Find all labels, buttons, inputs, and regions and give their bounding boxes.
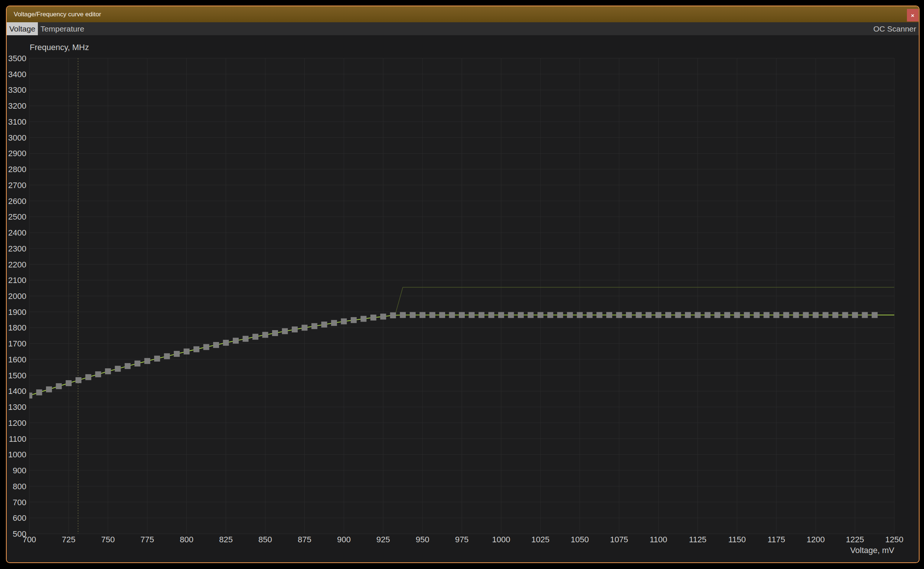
vf-curve-point[interactable]	[528, 312, 534, 318]
vf-curve-point[interactable]	[341, 318, 347, 324]
vf-curve-point[interactable]	[842, 312, 848, 318]
vf-curve-point[interactable]	[351, 317, 357, 323]
vf-curve-point[interactable]	[194, 347, 199, 352]
vf-curve-point[interactable]	[56, 383, 62, 389]
vf-curve-point[interactable]	[66, 380, 72, 386]
vf-curve-point[interactable]	[508, 312, 514, 318]
vf-curve-point[interactable]	[85, 374, 91, 380]
vf-curve-point[interactable]	[793, 312, 799, 318]
vf-curve-point[interactable]	[557, 312, 563, 318]
vf-curve-point[interactable]	[479, 312, 485, 318]
vf-curve-chart[interactable]: 7007257507758008258508759009259509751000…	[7, 35, 919, 562]
vf-curve-point[interactable]	[380, 314, 386, 320]
vf-curve-point[interactable]	[626, 312, 632, 318]
vf-curve-point[interactable]	[252, 334, 258, 340]
vf-curve-point[interactable]	[656, 312, 662, 318]
tab-voltage[interactable]: Voltage	[7, 22, 38, 35]
vf-curve-point[interactable]	[636, 312, 642, 318]
vf-curve-point[interactable]	[360, 316, 366, 322]
vf-curve-point[interactable]	[174, 351, 180, 357]
vf-curve-point[interactable]	[714, 312, 720, 318]
vf-curve-point[interactable]	[154, 356, 160, 362]
vf-curve-point[interactable]	[410, 312, 416, 318]
vf-curve-point[interactable]	[616, 312, 622, 318]
vf-curve-point[interactable]	[272, 330, 278, 336]
vf-curve-point[interactable]	[783, 312, 789, 318]
vf-curve-point[interactable]	[538, 312, 543, 318]
tab-temperature[interactable]: Temperature	[38, 22, 87, 35]
vf-curve-point[interactable]	[704, 312, 711, 318]
vf-curve-point[interactable]	[832, 312, 838, 318]
vf-curve-point[interactable]	[596, 312, 602, 318]
vf-curve-point[interactable]	[164, 353, 170, 359]
vf-curve-point[interactable]	[498, 312, 504, 318]
y-tick-label: 2700	[8, 181, 26, 190]
oc-scanner-button[interactable]: OC Scanner	[873, 22, 919, 35]
vf-curve-point[interactable]	[646, 312, 651, 318]
vf-curve-point[interactable]	[773, 312, 779, 318]
vf-curve-point[interactable]	[724, 312, 730, 318]
y-tick-label: 1700	[8, 339, 26, 348]
vf-curve-point[interactable]	[459, 312, 465, 318]
vf-curve-point[interactable]	[331, 320, 337, 326]
vf-curve-point[interactable]	[764, 312, 770, 318]
vf-curve-point[interactable]	[567, 312, 573, 318]
vf-curve-point[interactable]	[587, 312, 593, 318]
vf-curve-point[interactable]	[184, 349, 190, 354]
vf-curve-point[interactable]	[311, 323, 317, 329]
vf-curve-point[interactable]	[400, 312, 406, 318]
vf-curve-point[interactable]	[813, 312, 819, 318]
vf-curve-point[interactable]	[134, 361, 140, 367]
vf-curve-point[interactable]	[233, 338, 239, 344]
vf-curve-point[interactable]	[145, 358, 150, 364]
x-tick-label: 1200	[807, 535, 825, 544]
vf-curve-point[interactable]	[577, 312, 583, 318]
vf-curve-point[interactable]	[753, 312, 759, 318]
vf-curve-point[interactable]	[685, 312, 691, 318]
vf-curve-point[interactable]	[488, 312, 494, 318]
vf-curve-point[interactable]	[26, 393, 32, 399]
vf-curve-point[interactable]	[321, 322, 327, 327]
vf-curve-point[interactable]	[823, 312, 829, 318]
x-tick-label: 900	[337, 535, 351, 544]
vf-curve-point[interactable]	[803, 312, 809, 318]
vf-curve-point[interactable]	[547, 312, 553, 318]
vf-curve-point[interactable]	[439, 312, 445, 318]
vf-curve-point[interactable]	[862, 312, 868, 318]
vf-curve-point[interactable]	[105, 368, 111, 374]
vf-curve-point[interactable]	[606, 312, 612, 318]
vf-curve-point[interactable]	[302, 324, 307, 330]
vf-curve-point[interactable]	[430, 312, 436, 318]
vf-curve-point[interactable]	[213, 342, 219, 348]
vf-curve-point[interactable]	[675, 312, 681, 318]
close-button[interactable]: ×	[907, 9, 918, 21]
vf-curve-svg[interactable]: 7007257507758008258508759009259509751000…	[7, 35, 919, 562]
vf-curve-point[interactable]	[115, 366, 120, 372]
vf-curve-point[interactable]	[282, 328, 288, 334]
vf-curve-point[interactable]	[665, 312, 671, 318]
vf-curve-point[interactable]	[75, 377, 81, 383]
vf-curve-point[interactable]	[203, 344, 209, 350]
vf-curve-point[interactable]	[872, 312, 878, 318]
vf-curve-point[interactable]	[46, 386, 52, 393]
x-tick-label: 775	[140, 535, 154, 544]
vf-curve-point[interactable]	[695, 312, 700, 318]
vf-curve-point[interactable]	[518, 312, 524, 318]
vf-curve-point[interactable]	[125, 363, 131, 369]
vf-curve-point[interactable]	[468, 312, 474, 318]
vf-curve-point[interactable]	[744, 312, 750, 318]
vf-curve-point[interactable]	[95, 371, 101, 377]
vf-curve-point[interactable]	[419, 312, 425, 318]
vf-curve-point[interactable]	[243, 336, 249, 342]
vf-curve-point[interactable]	[371, 315, 377, 321]
vf-curve-point[interactable]	[223, 340, 229, 346]
vf-curve-point[interactable]	[262, 332, 268, 338]
vf-curve-point[interactable]	[852, 312, 858, 318]
vf-curve-point[interactable]	[449, 312, 455, 318]
vf-curve-point[interactable]	[292, 326, 298, 332]
vf-curve-point[interactable]	[734, 312, 740, 318]
x-tick-label: 825	[219, 535, 233, 544]
vf-curve-point[interactable]	[390, 312, 396, 318]
vf-curve-point[interactable]	[36, 389, 42, 396]
titlebar[interactable]: Voltage/Frequency curve editor ×	[7, 6, 919, 22]
